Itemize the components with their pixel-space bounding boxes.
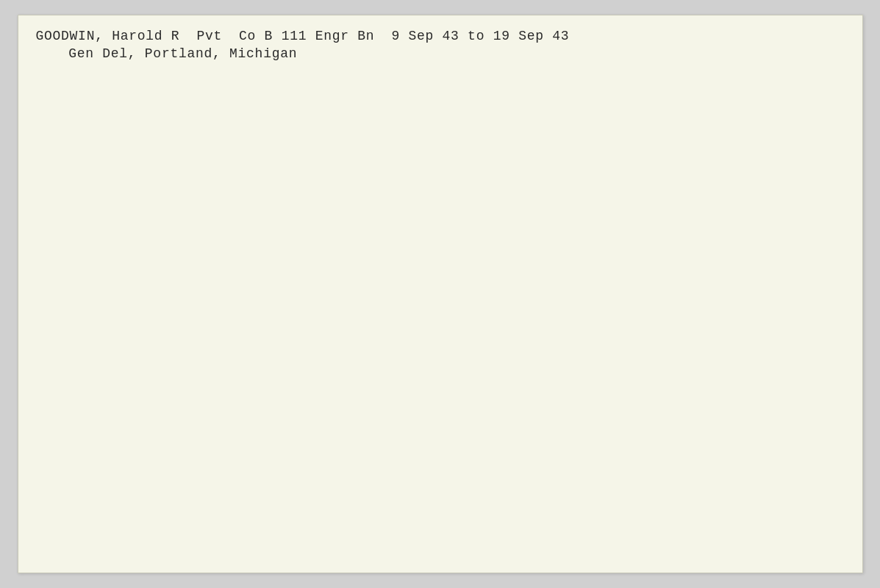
index-card: GOODWIN, Harold R Pvt Co B 111 Engr Bn 9… bbox=[18, 15, 863, 573]
record-line-2: Gen Del, Portland, Michigan bbox=[36, 46, 845, 61]
record-line-1: GOODWIN, Harold R Pvt Co B 111 Engr Bn 9… bbox=[36, 29, 845, 43]
